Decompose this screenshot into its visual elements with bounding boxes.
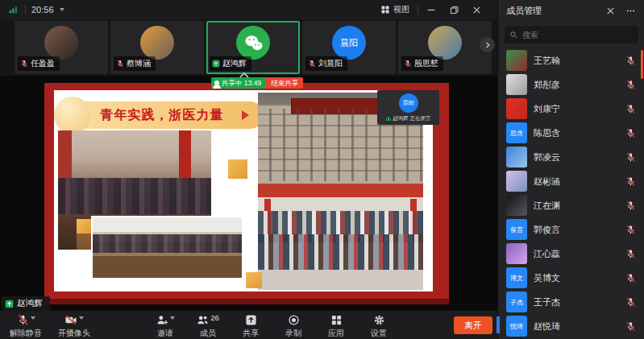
member-list: 王艺翰 郑彤彦 刘康宁 思含 陈思含 郭凌云 赵彬涵 江在渊 俊言 郭俊言 江心… xyxy=(498,48,644,339)
mic-muted-icon xyxy=(404,60,412,68)
share-button[interactable]: 共享 xyxy=(231,311,270,339)
participant-thumbnail[interactable]: 任盈盈 xyxy=(15,21,108,74)
mic-muted-icon[interactable] xyxy=(625,152,636,163)
time-dropdown-caret-icon[interactable] xyxy=(60,8,64,14)
member-search-box[interactable] xyxy=(505,26,638,43)
mic-muted-icon[interactable] xyxy=(625,56,636,66)
view-layout-button[interactable]: 视图 xyxy=(376,2,414,17)
active-speaker-floating-window[interactable]: 晨阳 赵鸿辉 正在发言 xyxy=(377,90,439,125)
titlebar-separator xyxy=(418,6,418,14)
mic-muted-icon[interactable] xyxy=(625,273,636,283)
mic-muted-icon[interactable] xyxy=(625,321,636,332)
mic-muted-icon[interactable] xyxy=(625,128,636,138)
member-name: 赵悦琦 xyxy=(534,320,625,333)
slide-gold-square xyxy=(228,159,247,179)
member-name: 刘康宁 xyxy=(534,103,625,115)
participant-name: 刘晨阳 xyxy=(318,58,343,69)
member-avatar: 博文 xyxy=(506,267,527,288)
search-input[interactable] xyxy=(522,31,634,39)
thumbnail-scroll-right-button[interactable] xyxy=(480,37,495,52)
meeting-time[interactable]: 20:56 xyxy=(31,5,54,14)
member-row[interactable]: 俊言 郭俊言 xyxy=(498,217,644,242)
sharing-indicator-icon xyxy=(5,300,14,308)
mic-muted-icon[interactable] xyxy=(625,201,636,211)
slide-photo-conference-table xyxy=(93,217,242,278)
mic-muted-icon xyxy=(116,60,124,68)
slide-title: 青年实践，浙医力量 xyxy=(101,107,224,124)
member-avatar xyxy=(506,171,527,192)
member-avatar xyxy=(506,243,527,264)
share-status-text: 共享中 13:49 xyxy=(222,77,261,89)
leave-meeting-button[interactable]: 离开 xyxy=(454,316,492,334)
member-avatar: 悦琦 xyxy=(506,316,527,337)
participant-thumbnail[interactable]: 晨阳 刘晨阳 xyxy=(302,21,396,74)
members-button[interactable]: 26 成员 xyxy=(189,311,227,339)
mic-options-caret-icon[interactable] xyxy=(31,316,35,322)
close-panel-icon[interactable] xyxy=(605,6,616,16)
mic-muted-icon[interactable] xyxy=(625,225,636,235)
presenter-person-icon xyxy=(214,81,219,85)
gear-icon xyxy=(373,314,385,326)
record-icon xyxy=(288,314,300,326)
slide-content: 青年实践，浙医力量 xyxy=(54,90,433,291)
close-window-button[interactable] xyxy=(467,2,486,18)
mic-muted-icon[interactable] xyxy=(625,249,636,259)
member-avatar xyxy=(506,98,527,119)
record-label: 录制 xyxy=(285,328,301,339)
slide-gold-square xyxy=(246,272,262,288)
member-row[interactable]: 思含 陈思含 xyxy=(498,121,644,145)
unmute-label: 解除静音 xyxy=(10,328,42,339)
more-options-icon[interactable] xyxy=(625,6,636,16)
member-list-scrollbar[interactable] xyxy=(641,50,643,79)
share-status-segment: 共享中 13:49 xyxy=(211,77,266,89)
photo-decoration xyxy=(93,234,242,253)
member-row[interactable]: 子杰 王子杰 xyxy=(498,290,644,314)
avatar-initials: 晨阳 xyxy=(340,37,358,49)
participant-thumbnail[interactable]: 蔡博涵 xyxy=(110,21,204,74)
member-row[interactable]: 刘康宁 xyxy=(498,97,644,121)
mic-muted-icon[interactable] xyxy=(625,80,636,90)
invite-label: 邀请 xyxy=(157,328,173,339)
mic-muted-icon[interactable] xyxy=(625,104,636,114)
member-row[interactable]: 郑彤彦 xyxy=(498,72,644,97)
minimize-button[interactable] xyxy=(422,2,441,18)
settings-button[interactable]: 设置 xyxy=(359,311,398,339)
network-signal-icon[interactable] xyxy=(8,4,19,15)
member-avatar xyxy=(506,50,527,71)
participant-thumbnail[interactable]: 赵鸿辉 xyxy=(206,21,300,74)
camera-options-caret-icon[interactable] xyxy=(79,316,84,322)
speaker-avatar: 晨阳 xyxy=(399,93,418,113)
member-row[interactable]: 王艺翰 xyxy=(498,48,644,72)
search-icon xyxy=(509,31,518,39)
stop-share-button[interactable]: 结束共享 xyxy=(266,77,303,89)
mic-muted-icon[interactable] xyxy=(625,297,636,308)
camera-on-button[interactable]: 开摄像头 xyxy=(58,311,90,339)
slide-title-banner: 青年实践，浙医力量 xyxy=(60,101,264,129)
member-row[interactable]: 悦琦 赵悦琦 xyxy=(498,314,644,338)
close-icon xyxy=(472,5,482,15)
record-button[interactable]: 录制 xyxy=(274,311,313,339)
apps-button[interactable]: 应用 xyxy=(317,311,355,339)
sidebar-header: 成员管理 xyxy=(498,0,644,21)
participant-name: 殷思慭 xyxy=(414,58,438,69)
member-row[interactable]: 博文 吴博文 xyxy=(498,266,644,290)
participant-avatar xyxy=(236,26,270,60)
member-management-panel: 成员管理 王艺翰 郑彤彦 刘康宁 思含 陈思含 郭凌云 赵彬涵 江在渊 xyxy=(497,0,644,339)
invite-caret-icon[interactable] xyxy=(170,316,175,322)
photo-decoration xyxy=(58,178,211,213)
member-name: 王子杰 xyxy=(534,296,625,308)
mic-muted-icon[interactable] xyxy=(625,176,636,187)
unmute-button[interactable]: 解除静音 xyxy=(10,311,42,339)
invite-button[interactable]: 邀请 xyxy=(146,311,185,339)
member-row[interactable]: 江心蕊 xyxy=(498,242,644,266)
participant-thumbnail[interactable]: 殷思慭 xyxy=(398,21,492,74)
participant-avatar xyxy=(140,26,174,60)
participant-name: 任盈盈 xyxy=(31,58,55,69)
member-count: 26 xyxy=(210,313,219,322)
restore-button[interactable] xyxy=(444,2,463,18)
member-avatar: 子杰 xyxy=(506,291,527,312)
member-row[interactable]: 赵彬涵 xyxy=(498,169,644,193)
participant-name: 赵鸿辉 xyxy=(222,58,247,69)
member-row[interactable]: 江在渊 xyxy=(498,193,644,217)
member-row[interactable]: 郭凌云 xyxy=(498,145,644,169)
